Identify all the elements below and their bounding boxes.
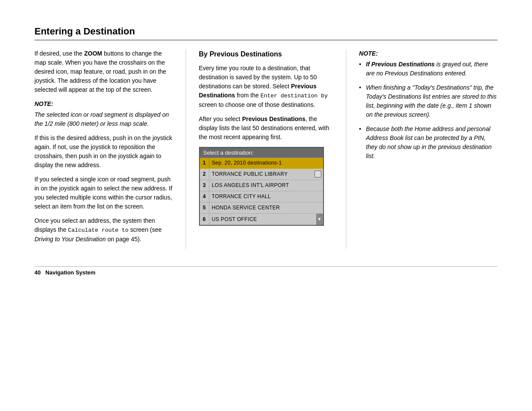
dest-row-checkbox bbox=[314, 171, 321, 177]
middle-para1: Every time you route to a destination, t… bbox=[199, 64, 333, 109]
prev-dest-bold-2: Previous Destinations bbox=[242, 115, 305, 122]
dest-row[interactable]: 4 TORRANCE CITY HALL bbox=[200, 191, 323, 202]
driving-destination-italic: Driving to Your Destination bbox=[34, 236, 106, 243]
footer-label: Navigation System bbox=[45, 269, 95, 276]
dest-row[interactable]: 3 LOS ANGELES INT'L AIRPORT bbox=[200, 180, 323, 191]
dest-row-text: HONDA SERVICE CENTER bbox=[209, 205, 323, 211]
page-title-row: Entering a Destination bbox=[34, 26, 498, 40]
middle-section-heading: By Previous Destinations bbox=[199, 49, 333, 59]
footer-page-num: 40 bbox=[34, 269, 40, 276]
page-container: Entering a Destination If desired, use t… bbox=[0, 0, 532, 411]
zoom-bold: ZOOM bbox=[84, 50, 102, 57]
dest-row[interactable]: 5 HONDA SERVICE CENTER bbox=[200, 202, 323, 214]
right-bullet-list: If Previous Destinations is grayed out, … bbox=[359, 60, 498, 161]
prev-dest-bold-italic: If Previous Destinations bbox=[366, 61, 435, 68]
bullet-item-1: If Previous Destinations is grayed out, … bbox=[359, 60, 498, 78]
dest-row-text: LOS ANGELES INT'L AIRPORT bbox=[209, 182, 323, 188]
enter-dest-mono: Enter destination by bbox=[261, 93, 328, 99]
bullet-item-3: Because both the Home address and person… bbox=[359, 125, 498, 161]
bullet-item-2: When finishing a "Today's Destinations" … bbox=[359, 83, 498, 119]
right-note-heading: NOTE: bbox=[359, 49, 498, 58]
left-para1: If desired, use the ZOOM buttons to chan… bbox=[34, 49, 173, 94]
dest-row-text: TORRANCE PUBLIC LIBRARY bbox=[209, 171, 314, 177]
dest-row-text: TORRANCE CITY HALL bbox=[209, 193, 323, 199]
dest-row-num: 5 bbox=[200, 202, 209, 213]
dest-row-num: 2 bbox=[200, 169, 209, 180]
left-para3: If you selected a single icon or road se… bbox=[34, 175, 173, 211]
col-left: If desired, use the ZOOM buttons to chan… bbox=[34, 49, 186, 249]
left-para2: If this is the desired address, push in … bbox=[34, 134, 173, 170]
dest-row-num: 6 bbox=[200, 214, 209, 225]
left-note-italic: The selected icon or road segment is dis… bbox=[34, 110, 173, 128]
col-right: NOTE: If Previous Destinations is grayed… bbox=[346, 49, 498, 249]
left-note-heading: NOTE: bbox=[34, 100, 173, 109]
dest-screen-header: Select a destination: bbox=[200, 148, 323, 158]
dest-row-num: 1 bbox=[200, 158, 209, 168]
content-columns: If desired, use the ZOOM buttons to chan… bbox=[34, 49, 498, 249]
dest-row-text: Sep. 20, 2010 destinations-1 bbox=[209, 160, 323, 166]
dest-row[interactable]: 1 Sep. 20, 2010 destinations-1 bbox=[200, 158, 323, 169]
calculate-route-mono: Calculate route to bbox=[68, 227, 128, 234]
destination-screen: Select a destination: 1 Sep. 20, 2010 de… bbox=[199, 147, 324, 226]
page-title: Entering a Destination bbox=[34, 26, 135, 37]
middle-para2: After you select Previous Destinations, … bbox=[199, 115, 333, 142]
scroll-down-icon[interactable]: ▼ bbox=[316, 214, 323, 225]
col-middle: By Previous Destinations Every time you … bbox=[186, 49, 346, 249]
dest-list: 1 Sep. 20, 2010 destinations-1 2 TORRANC… bbox=[200, 158, 323, 225]
dest-row[interactable]: 6 US POST OFFICE ▼ bbox=[200, 214, 323, 225]
dest-row-num: 4 bbox=[200, 191, 209, 202]
left-para4: Once you select an address, the system t… bbox=[34, 216, 173, 244]
dest-row-num: 3 bbox=[200, 180, 209, 191]
dest-row[interactable]: 2 TORRANCE PUBLIC LIBRARY bbox=[200, 169, 323, 180]
dest-row-text: US POST OFFICE bbox=[209, 216, 316, 222]
footer-row: 40 Navigation System bbox=[34, 266, 498, 276]
